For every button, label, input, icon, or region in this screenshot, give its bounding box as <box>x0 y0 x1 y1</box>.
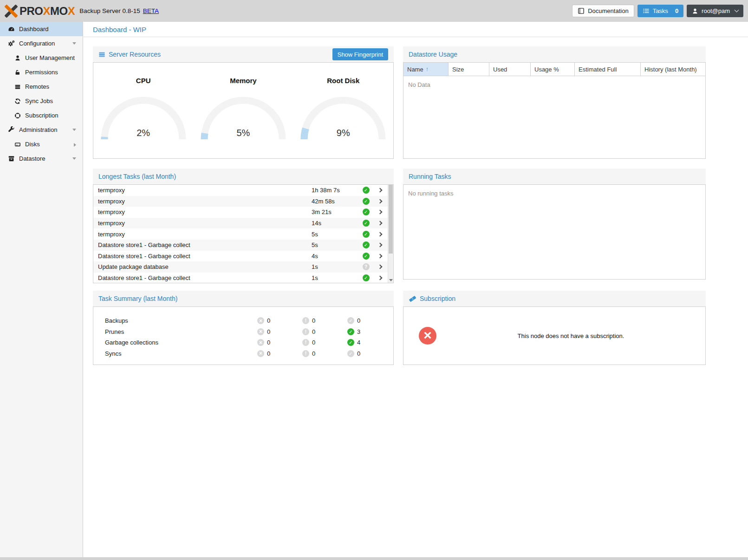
open-task-button[interactable] <box>372 210 388 214</box>
brand-text: PROXMOX <box>20 5 75 18</box>
open-task-button[interactable] <box>372 243 388 247</box>
datastore-usage-panel: Datastore Usage Name ↑ Size Used Usage %… <box>403 46 706 159</box>
cpu-gauge: CPU 2% <box>93 77 193 158</box>
ok-icon <box>347 328 354 335</box>
documentation-label: Documentation <box>588 7 628 14</box>
open-task-button[interactable] <box>372 221 388 225</box>
open-task-button[interactable] <box>372 265 388 268</box>
warning-icon <box>302 317 309 324</box>
sidebar: Dashboard Configuration User Management … <box>0 22 83 557</box>
book-icon <box>578 7 585 14</box>
ticket-icon <box>409 295 416 302</box>
user-icon <box>13 55 21 61</box>
beta-link[interactable]: BETA <box>143 7 159 14</box>
scrollbar-thumb[interactable] <box>389 185 393 254</box>
sidebar-item-label: Dashboard <box>19 26 49 33</box>
proxmox-logo: PROXMOX <box>5 5 75 18</box>
column-header-estimated-full[interactable]: Estimated Full <box>575 63 641 76</box>
documentation-button[interactable]: Documentation <box>572 5 634 17</box>
chevron-right-icon <box>377 276 382 280</box>
hard-disk-icon <box>13 141 21 148</box>
column-header-history[interactable]: History (last Month) <box>641 63 705 76</box>
ok-icon <box>347 339 354 346</box>
wrench-icon <box>7 126 15 133</box>
sidebar-item-subscription[interactable]: Subscription <box>0 108 83 123</box>
sidebar-item-label: User Management <box>25 54 75 61</box>
open-task-button[interactable] <box>372 233 388 236</box>
sidebar-item-remotes[interactable]: Remotes <box>0 79 83 94</box>
sidebar-item-datastore[interactable]: Datastore <box>0 151 83 166</box>
longest-tasks-panel: Longest Tasks (last Month) termproxy 1h … <box>93 169 394 283</box>
status-ok-icon <box>363 220 370 227</box>
column-header-used[interactable]: Used <box>489 63 531 76</box>
bars-icon <box>13 84 21 90</box>
sidebar-item-user-management[interactable]: User Management <box>0 51 83 65</box>
sidebar-item-dashboard[interactable]: Dashboard <box>0 22 83 36</box>
sidebar-item-label: Configuration <box>19 40 55 47</box>
task-row: Datastore store1 - Garbage collect 5s <box>93 240 388 251</box>
sidebar-item-permissions[interactable]: Permissions <box>0 65 83 79</box>
scrollbar-down-arrow[interactable] <box>389 279 393 281</box>
tasks-label: Tasks <box>653 7 668 14</box>
show-fingerprint-button[interactable]: Show Fingerprint <box>332 48 388 60</box>
header-bar: PROXMOX Backup Server 0.8-15 BETA Docume… <box>0 0 748 22</box>
status-unknown-icon <box>363 263 370 270</box>
column-header-usage[interactable]: Usage % <box>531 63 575 76</box>
server-resources-icon <box>98 51 105 58</box>
task-list-icon <box>643 7 650 14</box>
user-menu-button[interactable]: root@pam <box>687 5 743 17</box>
sidebar-item-configuration[interactable]: Configuration <box>0 36 83 51</box>
collapse-arrow-icon <box>72 157 76 160</box>
ok-icon <box>347 350 354 357</box>
status-ok-icon <box>363 231 370 238</box>
column-header-name[interactable]: Name ↑ <box>403 63 449 76</box>
sidebar-item-disks[interactable]: Disks <box>0 137 83 151</box>
summary-row: Syncs 0 0 0 <box>93 348 393 359</box>
page-title: Dashboard - WIP <box>93 26 146 33</box>
gauge-value-label: 5% <box>199 128 287 138</box>
user-label: root@pam <box>702 7 730 14</box>
chevron-down-icon <box>735 8 739 13</box>
subscription-panel: Subscription × This node does not have a… <box>403 291 706 365</box>
error-icon <box>257 317 264 324</box>
chevron-right-icon <box>377 243 382 247</box>
task-row: termproxy 1h 38m 7s <box>93 185 388 196</box>
sidebar-item-sync-jobs[interactable]: Sync Jobs <box>0 94 83 108</box>
task-row: Update package database 1s <box>93 261 388 273</box>
collapse-arrow-icon <box>72 129 76 131</box>
warning-icon <box>302 350 309 357</box>
panel-title: Server Resources <box>109 51 161 58</box>
page-title-bar: Dashboard - WIP <box>84 22 748 37</box>
warning-icon <box>302 339 309 346</box>
panel-title: Longest Tasks (last Month) <box>98 173 176 180</box>
gauge-value-label: 9% <box>299 128 387 138</box>
open-task-button[interactable] <box>372 189 388 192</box>
no-data-text: No Data <box>403 76 705 93</box>
tasks-button[interactable]: Tasks 0 <box>637 5 683 17</box>
ok-icon <box>347 317 354 324</box>
task-summary-panel: Task Summary (last Month) Backups 0 0 0 … <box>93 291 394 365</box>
status-ok-icon <box>363 253 370 260</box>
warning-icon <box>302 328 309 335</box>
gauge-value-label: 2% <box>99 128 188 138</box>
chevron-right-icon <box>377 210 382 215</box>
open-task-button[interactable] <box>372 254 388 258</box>
error-icon <box>257 350 264 357</box>
sidebar-item-label: Subscription <box>25 112 59 119</box>
panel-title: Running Tasks <box>409 173 451 180</box>
column-header-size[interactable]: Size <box>449 63 489 76</box>
scrollbar[interactable] <box>388 185 393 283</box>
sidebar-item-label: Disks <box>25 141 40 148</box>
panel-title: Subscription <box>420 295 455 302</box>
sidebar-item-label: Administration <box>19 126 57 133</box>
sort-asc-icon: ↑ <box>426 66 429 72</box>
main-area: Dashboard - WIP Server Resources Show Fi… <box>84 22 748 557</box>
chevron-right-icon <box>377 232 382 236</box>
sidebar-item-administration[interactable]: Administration <box>0 123 83 137</box>
error-icon <box>257 328 264 335</box>
summary-row: Garbage collections 0 0 4 <box>93 337 393 348</box>
open-task-button[interactable] <box>372 276 388 280</box>
panel-title: Task Summary (last Month) <box>98 295 177 302</box>
open-task-button[interactable] <box>372 200 388 203</box>
server-resources-panel: Server Resources Show Fingerprint CPU 2% <box>93 46 394 159</box>
